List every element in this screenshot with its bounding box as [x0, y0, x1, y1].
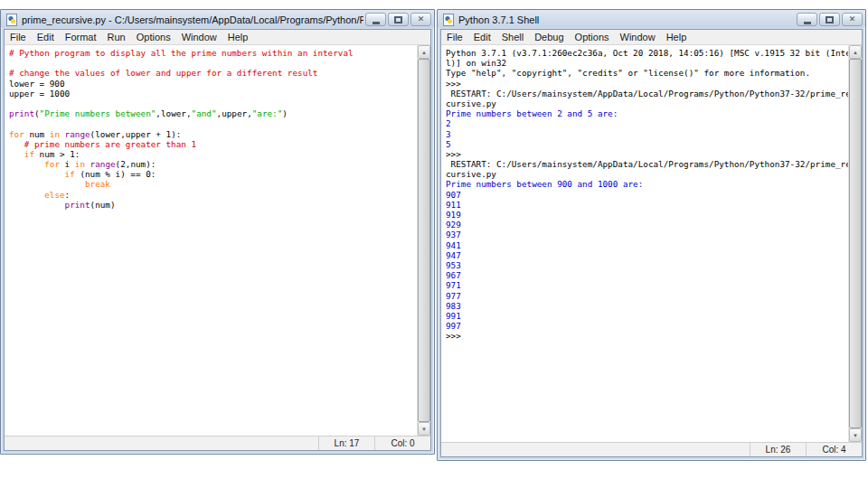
scroll-up-icon: ▲	[853, 50, 858, 55]
shell-vertical-scrollbar[interactable]: ▲ ▼	[848, 45, 862, 442]
editor-window-title: prime_recursive.py - C:/Users/mainsystem…	[22, 14, 363, 25]
menu-file[interactable]: File	[5, 31, 32, 43]
menu-format[interactable]: Format	[60, 31, 102, 43]
shell-menubar: File Edit Shell Debug Options Window Hel…	[441, 30, 862, 45]
code-line: else:	[9, 190, 417, 200]
scroll-up-icon: ▲	[421, 50, 427, 55]
code-line: 907	[446, 190, 848, 200]
scroll-down-button[interactable]: ▼	[418, 422, 430, 436]
code-line	[9, 99, 417, 108]
scroll-down-button[interactable]: ▼	[849, 428, 862, 442]
menu-run[interactable]: Run	[102, 31, 131, 43]
close-icon: ✕	[418, 15, 425, 23]
code-line: break	[9, 179, 417, 189]
shell-window-title: Python 3.7.1 Shell	[458, 14, 795, 25]
menu-window[interactable]: Window	[615, 31, 661, 43]
code-line: 919	[446, 210, 848, 220]
editor-titlebar[interactable]: prime_recursive.py - C:/Users/mainsystem…	[1, 10, 434, 27]
code-line: if (num % i) == 0:	[9, 169, 417, 179]
code-line: 911	[446, 200, 848, 210]
code-line: 929	[446, 220, 848, 230]
minimize-button[interactable]	[797, 13, 817, 26]
shell-titlebar[interactable]: Python 3.7.1 Shell ✕	[438, 10, 865, 27]
code-line: 2	[446, 118, 848, 128]
menu-help[interactable]: Help	[222, 31, 254, 43]
code-line: for i in range(2,num):	[9, 159, 417, 169]
menu-help[interactable]: Help	[661, 31, 693, 43]
maximize-button[interactable]	[819, 13, 840, 26]
menu-debug[interactable]: Debug	[529, 31, 569, 43]
scroll-up-button[interactable]: ▲	[849, 45, 862, 59]
code-line: 3	[446, 129, 848, 139]
code-line: Type "help", "copyright", "credits" or "…	[446, 68, 848, 78]
maximize-icon	[826, 16, 834, 23]
shell-text-area[interactable]: Python 3.7.1 (v3.7.1:260ec2c36a, Oct 20 …	[441, 45, 848, 442]
close-button[interactable]: ✕	[842, 13, 863, 26]
code-line: lower = 900	[9, 79, 417, 89]
minimize-icon	[804, 22, 811, 24]
code-line: print("Prime numbers between",lower,"and…	[9, 108, 417, 118]
code-line: >>>	[446, 331, 848, 341]
code-line: 971	[446, 280, 848, 290]
menu-options[interactable]: Options	[570, 31, 615, 43]
editor-vertical-scrollbar[interactable]: ▲ ▼	[417, 45, 430, 436]
code-line: Python 3.7.1 (v3.7.1:260ec2c36a, Oct 20 …	[446, 48, 848, 58]
code-line: 953	[446, 260, 848, 270]
menu-edit[interactable]: Edit	[468, 31, 496, 43]
code-line	[9, 58, 417, 68]
shell-statusbar: Ln: 26 Col: 4	[441, 442, 862, 456]
code-line: upper = 1000	[9, 89, 417, 99]
code-line: 947	[446, 250, 848, 260]
code-line: 5	[446, 139, 848, 149]
code-line: if num > 1:	[9, 149, 417, 159]
idle-python-file-icon	[5, 14, 18, 26]
code-line: Prime numbers between 900 and 1000 are:	[446, 179, 848, 189]
menu-options[interactable]: Options	[131, 31, 176, 43]
code-line: # change the values of lower and upper f…	[9, 68, 417, 78]
editor-menubar: File Edit Format Run Options Window Help	[5, 30, 430, 45]
code-line: # Python program to display all the prim…	[9, 48, 417, 58]
scrollbar-thumb[interactable]	[849, 59, 862, 428]
minimize-button[interactable]	[365, 13, 386, 26]
menu-window[interactable]: Window	[176, 31, 222, 43]
code-line: for num in range(lower,upper + 1):	[9, 129, 417, 139]
code-line: RESTART: C:/Users/mainsystem/AppData/Loc…	[446, 89, 848, 99]
code-line: 977	[446, 291, 848, 301]
idle-python-file-icon	[442, 14, 455, 26]
shell-window: Python 3.7.1 Shell ✕ File Edit Shell Deb…	[437, 9, 866, 461]
shell-line-indicator: Ln: 26	[750, 443, 806, 456]
scroll-down-icon: ▼	[421, 427, 427, 432]
code-line: 967	[446, 270, 848, 280]
code-line: >>>	[446, 79, 848, 89]
code-line: 937	[446, 230, 848, 239]
editor-col-indicator: Col: 0	[374, 436, 430, 450]
editor-window: prime_recursive.py - C:/Users/mainsystem…	[0, 9, 435, 455]
scrollbar-thumb[interactable]	[418, 59, 430, 422]
maximize-icon	[394, 16, 402, 23]
menu-file[interactable]: File	[441, 31, 468, 43]
code-line: 991	[446, 311, 848, 321]
code-line: RESTART: C:/Users/mainsystem/AppData/Loc…	[446, 159, 848, 169]
menu-edit[interactable]: Edit	[32, 31, 60, 43]
code-line: 941	[446, 240, 848, 250]
close-icon: ✕	[849, 15, 856, 23]
scroll-up-button[interactable]: ▲	[418, 45, 430, 59]
shell-col-indicator: Col: 4	[806, 443, 862, 456]
code-line: >>>	[446, 149, 848, 159]
editor-statusbar: Ln: 17 Col: 0	[5, 436, 430, 450]
code-line: 983	[446, 301, 848, 311]
close-button[interactable]: ✕	[410, 13, 431, 26]
code-line: print(num)	[9, 200, 417, 210]
menu-shell[interactable]: Shell	[496, 31, 529, 43]
code-line: l)] on win32	[446, 58, 848, 68]
code-line	[9, 118, 417, 128]
editor-line-indicator: Ln: 17	[318, 436, 374, 450]
code-line: Prime numbers between 2 and 5 are:	[446, 108, 848, 118]
maximize-button[interactable]	[388, 13, 409, 26]
code-line: # prime numbers are greater than 1	[9, 139, 417, 149]
code-line: cursive.py	[446, 99, 848, 108]
code-line: 997	[446, 321, 848, 331]
code-line	[9, 210, 417, 220]
code-line: cursive.py	[446, 169, 848, 179]
editor-text-area[interactable]: # Python program to display all the prim…	[5, 45, 417, 436]
